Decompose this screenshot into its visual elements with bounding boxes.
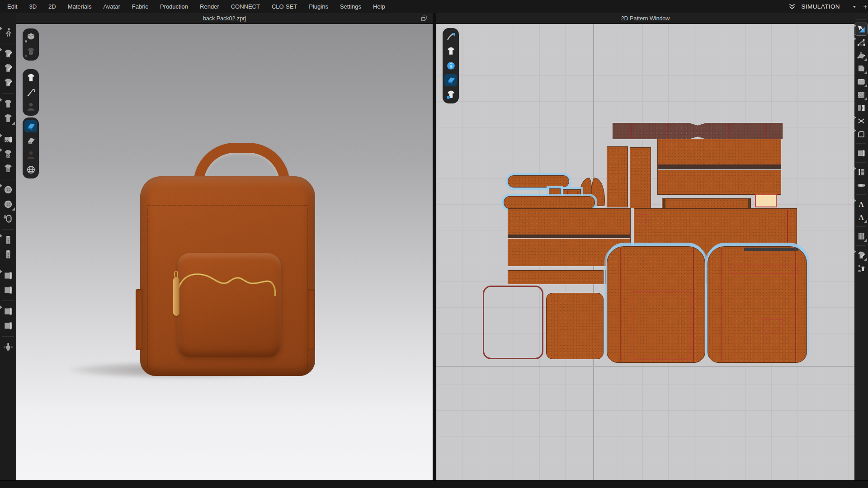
caret-down-icon[interactable]	[851, 3, 858, 10]
measure-tape-tool[interactable]	[855, 179, 867, 191]
text-style-tool[interactable]: A	[855, 211, 867, 223]
pattern-info-toggle[interactable]	[444, 60, 457, 72]
toolbar-divider	[2, 229, 14, 230]
fabric-roll-icon	[3, 270, 14, 281]
show-avatar[interactable]	[24, 101, 37, 113]
pattern-piece-front-body-panel[interactable]	[607, 246, 705, 363]
menu-item-avatar[interactable]: Avatar	[103, 3, 120, 10]
menu-item-settings[interactable]: Settings	[340, 3, 361, 10]
float-window-icon[interactable]	[420, 14, 428, 23]
show-environment[interactable]	[24, 164, 37, 176]
show-fabric-2d[interactable]	[444, 74, 457, 86]
edit-pattern-tool[interactable]	[855, 36, 867, 48]
menu-item-materials[interactable]: Materials	[68, 3, 92, 10]
backpack-side-tab-right	[307, 289, 315, 350]
show-garment-2d[interactable]	[444, 45, 457, 57]
dart-tool[interactable]	[855, 102, 867, 114]
2d-window-titlebar[interactable]: 2D Pattern Window	[436, 13, 854, 24]
polygon-pattern-tool[interactable]	[855, 62, 867, 75]
trim-roll-tool-2[interactable]	[1, 319, 15, 333]
pose-avatar-tool[interactable]	[1, 26, 15, 39]
plus-icon	[863, 3, 868, 11]
zipper-tool[interactable]	[1, 233, 15, 247]
double-chevron-down-icon[interactable]	[788, 2, 797, 11]
menu-item-3d[interactable]: 3D	[29, 3, 37, 10]
simulation-mode-label[interactable]: SIMULATION	[801, 3, 840, 10]
pattern-piece-back-top-panel[interactable]	[657, 139, 781, 195]
3d-viewport[interactable]	[16, 24, 433, 480]
sewing-garment-tool-3[interactable]	[1, 76, 15, 89]
menu-item-plugins[interactable]: Plugins	[309, 3, 328, 10]
sewing-garment-tool-1[interactable]	[1, 47, 15, 61]
globe-icon	[26, 164, 36, 175]
menu-item-fabric[interactable]: Fabric	[132, 3, 148, 10]
buttonhole-tool[interactable]	[1, 212, 15, 225]
zipper-tool-2[interactable]	[1, 248, 15, 261]
button-tool[interactable]	[1, 183, 15, 197]
fabric-bolt-tool-2[interactable]	[1, 283, 15, 297]
pattern-piece-pocket-lining-outline[interactable]	[483, 286, 543, 359]
menu-item-render[interactable]: Render	[200, 3, 219, 10]
tool-dot-marker	[25, 55, 27, 57]
piece-mark-cap	[748, 199, 750, 208]
sewing-garment-tool-2[interactable]	[1, 61, 15, 75]
show-base-pattern[interactable]	[444, 89, 457, 101]
garment-settings[interactable]	[24, 46, 37, 58]
fabric-roll-tool[interactable]	[855, 147, 867, 159]
menu-item-help[interactable]: Help	[373, 3, 385, 10]
texture-roll-tool[interactable]	[1, 133, 15, 146]
trace-pattern-tool[interactable]	[855, 89, 867, 101]
pattern-piece-pocket-facing[interactable]	[755, 194, 777, 207]
pattern-piece-top-handle-strap[interactable]	[613, 123, 783, 139]
pattern-outline-tool[interactable]	[855, 128, 867, 140]
pattern-piece-pocket-panel[interactable]	[546, 293, 604, 359]
view-3d-snap[interactable]	[24, 31, 37, 43]
edit-curvature-tool[interactable]	[855, 49, 867, 61]
transform-pattern-tool[interactable]	[855, 23, 867, 35]
3d-window-titlebar[interactable]: back Pack02.zprj	[16, 13, 433, 24]
garment-edit-tool[interactable]	[855, 249, 867, 261]
texture-garment-solid-tool[interactable]	[1, 162, 15, 175]
clo-application-window: Edit3D2DMaterialsAvatarFabricProductionR…	[0, 0, 868, 488]
show-garment-3d[interactable]	[24, 72, 37, 84]
show-fabric-plain[interactable]	[24, 135, 37, 147]
show-avatar-dim[interactable]	[24, 149, 37, 161]
garment-tool[interactable]	[1, 97, 15, 111]
pattern-piece-handle-piece-1[interactable]	[508, 175, 569, 188]
cut-sew-tool[interactable]	[855, 115, 867, 127]
pattern-piece-bottom-strip-1[interactable]	[508, 270, 604, 284]
panel-divider[interactable]	[433, 13, 436, 480]
shirt-box-icon	[446, 89, 456, 100]
pleats-tool[interactable]	[855, 230, 867, 242]
pattern-piece-back-body-panel[interactable]	[708, 246, 807, 363]
trim-roll-tool[interactable]	[1, 305, 15, 318]
garment-flyout-tool[interactable]	[1, 112, 15, 125]
simulation-controls: SIMULATION	[788, 0, 868, 13]
texture-garment-tool[interactable]	[1, 147, 15, 161]
pattern-piece-handle-piece-2[interactable]	[504, 196, 595, 209]
fabric-bolt-tool[interactable]	[1, 269, 15, 282]
zipper-icon	[3, 235, 14, 245]
rectangle-pattern-tool[interactable]	[855, 75, 867, 88]
workspace: back Pack02.zprj	[0, 13, 868, 480]
button-flyout-tool[interactable]	[1, 197, 15, 211]
menu-item-clo-set[interactable]: CLO-SET	[272, 3, 297, 10]
text-tool[interactable]: A	[855, 198, 867, 210]
garment-pen-icon	[3, 48, 14, 59]
show-fabric-3d[interactable]	[24, 120, 37, 132]
edit-seam-tool[interactable]	[444, 31, 457, 43]
pin-tack-tool[interactable]	[1, 340, 15, 354]
pattern-piece-gusset-strip-1[interactable]	[607, 146, 628, 207]
menu-item-2d[interactable]: 2D	[48, 3, 56, 10]
menu-item-production[interactable]: Production	[160, 3, 188, 10]
menu-item-connect[interactable]: CONNECT	[231, 3, 260, 10]
pattern-piece-gusset-strip-2[interactable]	[630, 147, 651, 208]
pin-mode[interactable]	[24, 86, 37, 99]
menu-item-edit[interactable]: Edit	[7, 3, 17, 10]
2d-pattern-canvas[interactable]	[436, 24, 854, 480]
pattern-piece-zipper-strip[interactable]	[662, 198, 751, 208]
plus-icon[interactable]	[863, 0, 868, 13]
seam-tape-tool[interactable]	[855, 166, 867, 178]
fit-avatar-tool[interactable]	[855, 262, 867, 274]
fabric-blue-icon	[26, 121, 36, 131]
